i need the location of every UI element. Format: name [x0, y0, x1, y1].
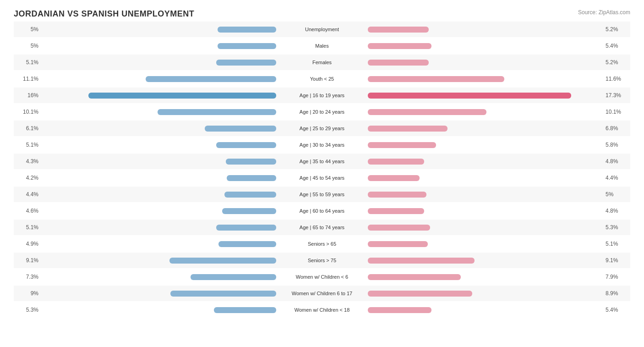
- bar-pair: Age | 35 to 44 years: [41, 159, 603, 165]
- chart-row: 4.3% Age | 35 to 44 years 4.8%: [14, 154, 630, 169]
- jordanian-bar: [205, 126, 276, 132]
- chart-row: 10.1% Age | 20 to 24 years 10.1%: [14, 104, 630, 120]
- left-bar-wrap: [41, 274, 276, 280]
- chart-row: 9% Women w/ Children 6 to 17 8.9%: [14, 286, 630, 301]
- chart-row: 6.1% Age | 25 to 29 years 6.8%: [14, 121, 630, 136]
- bars-area: Age | 20 to 24 years: [41, 104, 603, 120]
- right-value: 5%: [603, 191, 630, 198]
- bars-area: Age | 55 to 59 years: [41, 187, 603, 202]
- left-value: 9.1%: [14, 257, 41, 264]
- bar-label: Women w/ Children 6 to 17: [276, 291, 368, 296]
- bars-area: Age | 30 to 34 years: [41, 137, 603, 153]
- right-value: 9.1%: [603, 257, 630, 264]
- bars-area: Age | 60 to 64 years: [41, 203, 603, 219]
- bar-pair: Age | 16 to 19 years: [41, 93, 603, 99]
- bars-area: Youth < 25: [41, 71, 603, 87]
- bars-area: Age | 45 to 54 years: [41, 170, 603, 186]
- spanish-bar: [368, 159, 424, 165]
- bar-label: Age | 55 to 59 years: [276, 192, 368, 197]
- left-value: 5.1%: [14, 142, 41, 148]
- bars-area: Seniors > 75: [41, 253, 603, 268]
- left-bar-wrap: [41, 307, 276, 313]
- chart-row: 4.4% Age | 55 to 59 years 5%: [14, 187, 630, 202]
- bar-pair: Age | 30 to 34 years: [41, 142, 603, 148]
- spanish-bar: [368, 258, 475, 264]
- right-value: 4.4%: [603, 175, 630, 181]
- jordanian-bar: [88, 93, 276, 99]
- bar-pair: Age | 55 to 59 years: [41, 192, 603, 198]
- left-bar-wrap: [41, 43, 276, 49]
- right-value: 8.9%: [603, 290, 630, 297]
- bar-label: Age | 25 to 29 years: [276, 126, 368, 131]
- left-value: 5.3%: [14, 307, 41, 313]
- jordanian-bar: [216, 142, 276, 148]
- right-bar-wrap: [368, 241, 603, 247]
- top-bar-row: Youth < 25: [41, 76, 603, 82]
- left-bar-wrap: [41, 93, 276, 99]
- spanish-bar: [368, 208, 424, 214]
- left-value: 4.4%: [14, 191, 41, 198]
- bar-pair: Age | 60 to 64 years: [41, 208, 603, 214]
- bar-label: Youth < 25: [276, 77, 368, 82]
- chart-row: 7.3% Women w/ Children < 6 7.9%: [14, 269, 630, 285]
- bar-label: Age | 30 to 34 years: [276, 143, 368, 148]
- left-bar-wrap: [41, 159, 276, 165]
- jordanian-bar: [226, 159, 276, 165]
- top-bar-row: Age | 16 to 19 years: [41, 93, 603, 99]
- left-bar-wrap: [41, 291, 276, 297]
- spanish-bar: [368, 76, 504, 82]
- left-bar-wrap: [41, 27, 276, 33]
- left-bar-wrap: [41, 76, 276, 82]
- bar-pair: Females: [41, 60, 603, 66]
- chart-row: 4.2% Age | 45 to 54 years 4.4%: [14, 170, 630, 186]
- chart-container: JORDANIAN VS SPANISH UNEMPLOYMENT Source…: [0, 0, 644, 347]
- right-bar-wrap: [368, 43, 603, 49]
- bar-label: Age | 16 to 19 years: [276, 93, 368, 98]
- bar-pair: Seniors > 65: [41, 241, 603, 247]
- bar-pair: Youth < 25: [41, 76, 603, 82]
- bar-label: Unemployment: [276, 27, 368, 32]
- left-value: 4.3%: [14, 158, 41, 165]
- bar-pair: Age | 25 to 29 years: [41, 126, 603, 132]
- right-bar-wrap: [368, 274, 603, 280]
- jordanian-bar: [218, 241, 276, 247]
- chart-row: 9.1% Seniors > 75 9.1%: [14, 253, 630, 268]
- bar-pair: Unemployment: [41, 27, 603, 33]
- jordanian-bar: [191, 274, 276, 280]
- chart-row: 4.9% Seniors > 65 5.1%: [14, 236, 630, 252]
- bars-area: Age | 25 to 29 years: [41, 121, 603, 136]
- spanish-bar: [368, 60, 429, 66]
- bar-pair: Age | 65 to 74 years: [41, 225, 603, 231]
- top-bar-row: Seniors > 65: [41, 241, 603, 247]
- bars-area: Women w/ Children < 6: [41, 269, 603, 285]
- spanish-bar: [368, 126, 448, 132]
- bar-pair: Age | 45 to 54 years: [41, 175, 603, 181]
- left-value: 16%: [14, 92, 41, 99]
- jordanian-bar: [216, 225, 276, 231]
- jordanian-bar: [218, 27, 276, 33]
- jordanian-bar: [146, 76, 276, 82]
- top-bar-row: Age | 35 to 44 years: [41, 159, 603, 165]
- right-bar-wrap: [368, 126, 603, 132]
- right-bar-wrap: [368, 192, 603, 198]
- bars-area: Males: [41, 38, 603, 54]
- left-bar-wrap: [41, 60, 276, 66]
- left-bar-wrap: [41, 126, 276, 132]
- right-bar-wrap: [368, 159, 603, 165]
- jordanian-bar: [227, 175, 276, 181]
- chart-row: 5% Unemployment 5.2%: [14, 22, 630, 37]
- right-bar-wrap: [368, 76, 603, 82]
- chart-row: 5.1% Age | 65 to 74 years 5.3%: [14, 220, 630, 235]
- bar-pair: Women w/ Children < 6: [41, 274, 603, 280]
- top-bar-row: Age | 65 to 74 years: [41, 225, 603, 231]
- right-value: 17.3%: [603, 92, 630, 99]
- right-value: 5.1%: [603, 241, 630, 247]
- bar-pair: Seniors > 75: [41, 258, 603, 264]
- spanish-bar: [368, 142, 436, 148]
- left-bar-wrap: [41, 258, 276, 264]
- bars-area: Age | 35 to 44 years: [41, 154, 603, 169]
- chart-row: 16% Age | 16 to 19 years 17.3%: [14, 88, 630, 103]
- jordanian-bar: [216, 60, 276, 66]
- bars-area: Women w/ Children < 18: [41, 302, 603, 318]
- left-value: 5%: [14, 43, 41, 49]
